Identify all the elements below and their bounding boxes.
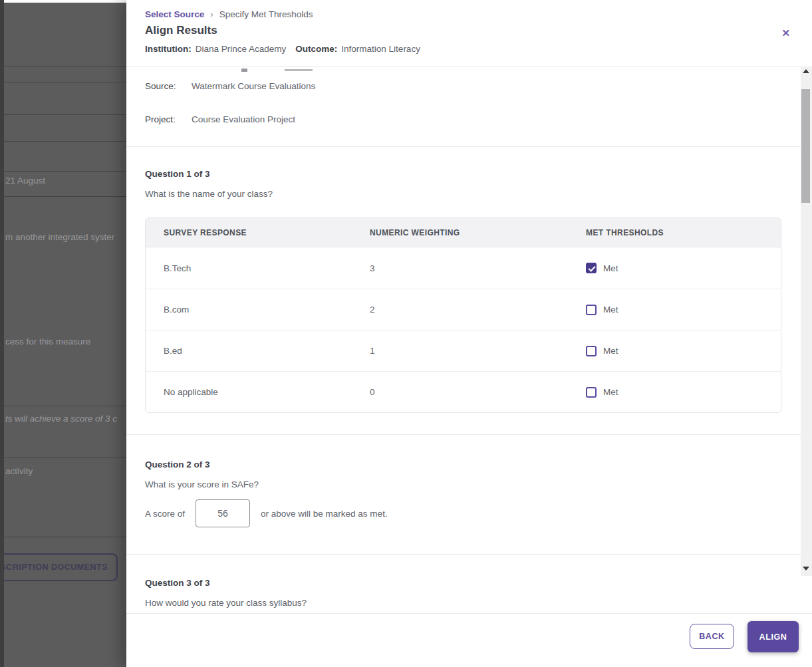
- met-label: Met: [603, 387, 618, 397]
- back-button[interactable]: BACK: [690, 624, 734, 649]
- table-row: No applicable 0 Met: [146, 371, 781, 412]
- question-2-heading: Question 2 of 3: [145, 460, 210, 469]
- met-label: Met: [603, 346, 618, 356]
- met-thresholds-cell: Met: [586, 263, 781, 273]
- align-button[interactable]: ALIGN: [747, 621, 799, 652]
- breadcrumb-specify-met-thresholds: Specify Met Thresholds: [219, 9, 313, 19]
- scroll-up-arrow-icon[interactable]: [803, 69, 809, 73]
- met-thresholds-cell: Met: [586, 305, 781, 315]
- table-row: B.com 2 Met: [146, 289, 781, 330]
- source-value: Watermark Course Evaluations: [192, 81, 315, 91]
- align-results-modal: Select Source › Specify Met Thresholds A…: [126, 0, 812, 667]
- source-row: Source: Watermark Course Evaluations: [145, 81, 315, 91]
- modal-footer: BACK ALIGN: [126, 613, 812, 667]
- outcome-value: Information Literacy: [341, 44, 420, 54]
- background-text-line: m another integrated syster: [5, 232, 114, 242]
- section-divider: [126, 434, 801, 435]
- section-divider: [126, 146, 801, 147]
- description-documents-button[interactable]: ESCRIPTION DOCUMENTS: [0, 553, 118, 581]
- table-row: B.Tech 3 Met: [146, 247, 781, 289]
- survey-response-cell: B.Tech: [146, 263, 370, 273]
- modal-header: Select Source › Specify Met Thresholds A…: [126, 0, 812, 67]
- clipped-scrolled-text: [241, 68, 247, 72]
- background-field-divider: [4, 458, 126, 458]
- source-label: Source:: [145, 81, 182, 91]
- chevron-right-icon: ›: [210, 9, 213, 19]
- survey-table-rows: B.Tech 3 Met B.com 2 Met B.ed 1 Met No a…: [146, 247, 781, 412]
- background-page-dimmed: 21 August m another integrated syster ce…: [0, 0, 126, 667]
- survey-response-cell: B.ed: [146, 346, 370, 356]
- table-header-row: SURVEY RESPONSE NUMERIC WEIGHTING MET TH…: [146, 218, 781, 247]
- page-title: Align Results: [145, 24, 793, 37]
- modal-scroll-content: Source: Watermark Course Evaluations Pro…: [126, 67, 801, 613]
- score-input[interactable]: [196, 499, 250, 527]
- survey-response-cell: No applicable: [146, 387, 370, 397]
- background-field-divider: [4, 537, 126, 537]
- column-header-survey-response: SURVEY RESPONSE: [146, 228, 370, 237]
- question-3-text: How would you rate your class syllabus?: [145, 598, 307, 608]
- question-2-text: What is your score in SAFe?: [145, 479, 259, 489]
- institution-value: Diana Prince Academy: [196, 44, 287, 54]
- background-sidebar-strip: [0, 0, 4, 667]
- column-header-numeric-weighting: NUMERIC WEIGHTING: [370, 228, 586, 237]
- met-thresholds-cell: Met: [586, 387, 781, 398]
- met-checkbox[interactable]: [586, 263, 597, 273]
- table-row: B.ed 1 Met: [146, 330, 781, 371]
- section-divider: [126, 554, 801, 555]
- met-checkbox[interactable]: [586, 305, 597, 315]
- project-row: Project: Course Evaluation Project: [145, 114, 295, 124]
- numeric-weighting-cell: 0: [370, 387, 586, 397]
- project-label: Project:: [145, 114, 182, 124]
- institution-label: Institution:: [145, 44, 192, 54]
- background-field-divider: [4, 196, 126, 197]
- met-label: Met: [603, 263, 618, 273]
- background-date-text: 21 August: [5, 176, 45, 186]
- project-value: Course Evaluation Project: [192, 114, 295, 124]
- background-field-divider: [4, 406, 126, 406]
- met-checkbox[interactable]: [586, 387, 597, 398]
- scroll-down-arrow-icon[interactable]: [803, 567, 809, 571]
- scrollbar-thumb[interactable]: [801, 89, 810, 203]
- question-1-text: What is the name of your class?: [145, 189, 273, 199]
- met-thresholds-cell: Met: [586, 346, 781, 356]
- background-top-bar: [4, 0, 126, 3]
- institution-outcome-row: Institution: Diana Prince Academy Outcom…: [145, 44, 793, 54]
- background-text-line: activity: [5, 466, 33, 476]
- survey-response-cell: B.com: [146, 305, 370, 315]
- score-threshold-row: A score of or above will be marked as me…: [145, 499, 388, 527]
- background-field-divider: [4, 82, 126, 82]
- background-text-line: cess for this measure: [5, 336, 90, 346]
- breadcrumb-select-source[interactable]: Select Source: [145, 9, 204, 19]
- survey-response-table: SURVEY RESPONSE NUMERIC WEIGHTING MET TH…: [145, 217, 781, 413]
- question-1-heading: Question 1 of 3: [145, 169, 210, 179]
- close-icon[interactable]: ✕: [779, 25, 793, 41]
- background-field-divider: [4, 171, 126, 172]
- score-prefix-text: A score of: [145, 509, 185, 519]
- numeric-weighting-cell: 1: [370, 346, 586, 356]
- breadcrumb: Select Source › Specify Met Thresholds: [145, 9, 793, 19]
- clipped-scrolled-text: [285, 69, 313, 71]
- numeric-weighting-cell: 2: [370, 305, 586, 315]
- met-checkbox[interactable]: [586, 346, 597, 356]
- background-text-line: ts will achieve a score of 3 c: [5, 414, 117, 424]
- question-3-heading: Question 3 of 3: [145, 578, 210, 588]
- numeric-weighting-cell: 3: [370, 263, 586, 273]
- screen: 21 August m another integrated syster ce…: [0, 0, 812, 667]
- score-suffix-text: or above will be marked as met.: [261, 509, 388, 519]
- outcome-label: Outcome:: [295, 44, 337, 54]
- background-field-divider: [4, 114, 126, 115]
- background-field-divider: [4, 67, 126, 67]
- met-label: Met: [603, 305, 618, 315]
- background-field-divider: [4, 141, 126, 142]
- column-header-met-thresholds: MET THRESHOLDS: [586, 228, 781, 237]
